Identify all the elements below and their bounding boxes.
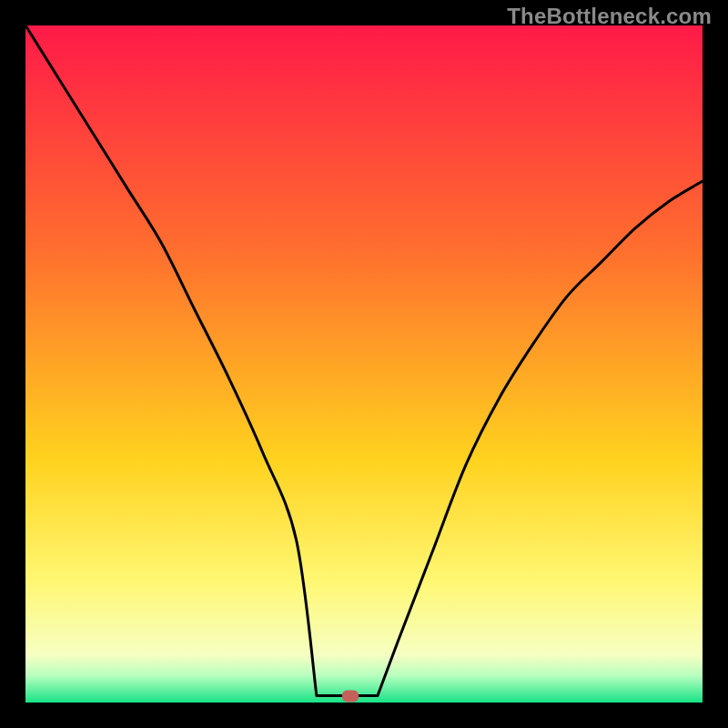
min-marker <box>342 690 359 702</box>
curve-layer <box>25 25 703 703</box>
watermark-text: TheBottleneck.com <box>507 4 712 29</box>
plot-area <box>25 25 703 703</box>
bottleneck-curve <box>25 25 703 696</box>
chart-frame: TheBottleneck.com <box>0 0 728 728</box>
